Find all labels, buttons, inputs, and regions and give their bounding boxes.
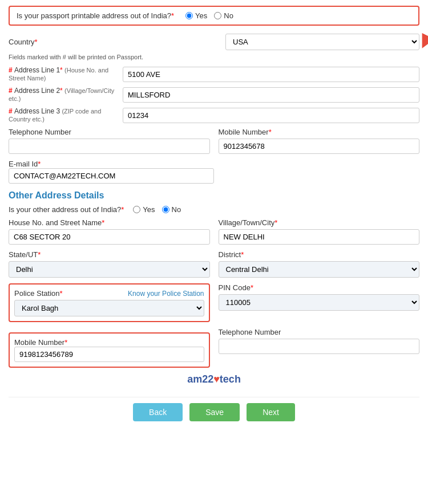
passport-question-box: Is your passport printable address out o… bbox=[9, 6, 419, 26]
other-yes-label: Yes bbox=[143, 205, 155, 214]
telephone-label: Telephone Number bbox=[9, 128, 210, 136]
other-address-question-text: Is your other address out of India?* bbox=[9, 205, 124, 214]
page-container: Is your passport printable address out o… bbox=[0, 0, 428, 504]
house-label: House No. and Street Name* bbox=[9, 218, 210, 227]
passport-question-text: Is your passport printable address out o… bbox=[17, 11, 171, 20]
next-button[interactable]: Next bbox=[247, 403, 295, 421]
address-line3-label: # Address Line 3 (ZIP code and Country e… bbox=[9, 107, 123, 123]
other-yes-radio[interactable] bbox=[133, 206, 140, 213]
email-label: E-mail Id* bbox=[9, 160, 419, 168]
brand-text: am22♥tech bbox=[187, 373, 241, 385]
mobile-input[interactable] bbox=[219, 139, 420, 154]
village-label: Village/Town/City* bbox=[219, 218, 420, 227]
country-label: Country* bbox=[9, 38, 38, 46]
police-station-box: Police Station* Know your Police Station… bbox=[9, 283, 210, 322]
mobile-tel-row: Mobile Number* Telephone Number bbox=[9, 328, 419, 368]
house-village-row: House No. and Street Name* Village/Town/… bbox=[9, 218, 419, 245]
address-line2-input[interactable] bbox=[123, 87, 419, 103]
mobile-col: Mobile Number* bbox=[219, 128, 420, 154]
passport-no-option[interactable]: No bbox=[214, 11, 233, 20]
other-address-title: Other Address Details bbox=[9, 190, 419, 201]
pin-code-label: PIN Code* bbox=[219, 283, 420, 292]
other-telephone-label: Telephone Number bbox=[219, 328, 420, 336]
address-line1-input[interactable] bbox=[123, 67, 419, 82]
email-input[interactable] bbox=[9, 168, 214, 184]
back-button[interactable]: Back bbox=[133, 403, 183, 421]
other-no-option[interactable]: No bbox=[162, 205, 181, 214]
other-telephone-col: Telephone Number bbox=[219, 328, 420, 354]
district-label: District* bbox=[219, 250, 420, 259]
passport-required-star: * bbox=[171, 11, 174, 20]
email-row: E-mail Id* bbox=[9, 160, 419, 184]
passport-no-radio[interactable] bbox=[214, 12, 221, 19]
field-note-text: Fields marked with # will be printed on … bbox=[9, 54, 143, 60]
country-row: Country* USA India UK Canada bbox=[9, 34, 419, 50]
other-mobile-label: Mobile Number* bbox=[14, 338, 204, 347]
address-line1-label: # Address Line 1* (House No. and Street … bbox=[9, 66, 123, 82]
pin-code-select[interactable]: 110005 110001 110002 bbox=[219, 294, 420, 311]
buttons-row: Back Save Next bbox=[9, 397, 419, 421]
house-col: House No. and Street Name* bbox=[9, 218, 210, 245]
mobile-number-box: Mobile Number* bbox=[9, 332, 210, 368]
hash3: # bbox=[9, 107, 14, 115]
addr2-label-text: Address Line 2 bbox=[14, 87, 60, 95]
police-station-select[interactable]: Karol Bagh Connaught Place Paharganj bbox=[14, 300, 204, 316]
hash1: # bbox=[9, 66, 14, 74]
mobile-label: Mobile Number* bbox=[219, 128, 420, 136]
country-select[interactable]: USA India UK Canada bbox=[225, 34, 419, 50]
brand-heart: ♥ bbox=[213, 373, 220, 385]
district-col: District* Central Delhi North Delhi Sout… bbox=[219, 250, 420, 278]
house-input[interactable] bbox=[9, 229, 210, 245]
state-col: State/UT* Delhi Maharashtra Karnataka bbox=[9, 250, 210, 278]
police-station-header: Police Station* Know your Police Station bbox=[14, 289, 204, 298]
state-district-row: State/UT* Delhi Maharashtra Karnataka Di… bbox=[9, 250, 419, 278]
hash2: # bbox=[9, 87, 14, 95]
other-no-label: No bbox=[172, 205, 181, 214]
police-station-label: Police Station* bbox=[14, 289, 63, 298]
telephone-input[interactable] bbox=[9, 139, 210, 154]
addr1-label-text: Address Line 1 bbox=[14, 66, 60, 74]
tel-mobile-row: Telephone Number Mobile Number* bbox=[9, 128, 419, 154]
state-select[interactable]: Delhi Maharashtra Karnataka bbox=[9, 261, 210, 278]
save-button[interactable]: Save bbox=[189, 403, 240, 421]
state-label: State/UT* bbox=[9, 250, 210, 259]
telephone-col: Telephone Number bbox=[9, 128, 210, 154]
passport-no-label: No bbox=[224, 11, 233, 20]
police-pin-row: Police Station* Know your Police Station… bbox=[9, 283, 419, 322]
address-line1-row: # Address Line 1* (House No. and Street … bbox=[9, 66, 419, 82]
passport-yes-radio[interactable] bbox=[185, 12, 193, 19]
address-line2-label: # Address Line 2* (Village/Town/City etc… bbox=[9, 87, 123, 103]
pin-code-col: PIN Code* 110005 110001 110002 bbox=[219, 283, 420, 311]
other-telephone-input[interactable] bbox=[219, 339, 420, 354]
country-select-wrap: USA India UK Canada bbox=[225, 34, 419, 50]
address-line2-row: # Address Line 2* (Village/Town/City etc… bbox=[9, 87, 419, 103]
country-required-star: * bbox=[35, 38, 38, 46]
other-yes-option[interactable]: Yes bbox=[133, 205, 155, 214]
passport-question-label: Is your passport printable address out o… bbox=[17, 11, 174, 20]
passport-yes-label: Yes bbox=[195, 11, 207, 20]
village-input[interactable] bbox=[219, 229, 420, 245]
arrow-annotation bbox=[419, 17, 428, 56]
district-select[interactable]: Central Delhi North Delhi South Delhi bbox=[219, 261, 420, 278]
other-mobile-input[interactable] bbox=[14, 347, 204, 362]
other-mobile-col: Mobile Number* bbox=[9, 328, 210, 368]
passport-radio-group: Yes No bbox=[185, 11, 233, 20]
village-col: Village/Town/City* bbox=[219, 218, 420, 245]
other-address-question-row: Is your other address out of India?* Yes… bbox=[9, 205, 419, 214]
field-note: Fields marked with # will be printed on … bbox=[9, 54, 419, 60]
branding: am22♥tech bbox=[9, 373, 419, 385]
know-police-station-link[interactable]: Know your Police Station bbox=[128, 290, 204, 298]
address-line3-input[interactable] bbox=[123, 108, 419, 123]
police-station-col: Police Station* Know your Police Station… bbox=[9, 283, 210, 322]
content-wrapper: Is your passport printable address out o… bbox=[9, 6, 419, 421]
addr3-label-text: Address Line 3 bbox=[14, 107, 60, 115]
other-no-radio[interactable] bbox=[162, 206, 169, 213]
other-address-radio-group: Yes No bbox=[133, 205, 181, 214]
passport-yes-option[interactable]: Yes bbox=[185, 11, 207, 20]
address-line3-row: # Address Line 3 (ZIP code and Country e… bbox=[9, 107, 419, 123]
